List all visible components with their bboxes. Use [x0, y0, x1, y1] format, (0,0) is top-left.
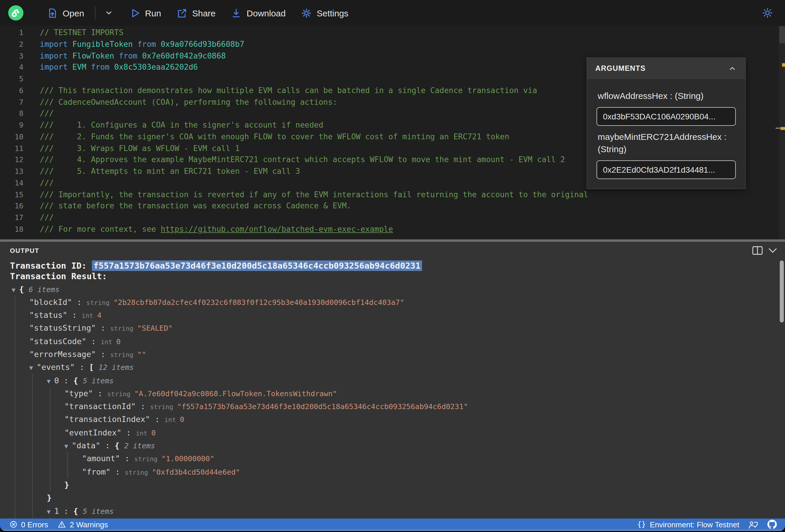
indent-guide: [32, 439, 33, 452]
indent-guide: [67, 465, 68, 478]
code-line[interactable]: 2import FungibleToken from 0x9a0766d93b6…: [0, 39, 785, 50]
code-line[interactable]: 15/// Importantly, the transaction is re…: [0, 189, 785, 200]
code-token: /// 3. Wraps FLOW as WFLOW - EVM call 1: [40, 144, 240, 152]
arguments-panel-header[interactable]: ARGUMENTS: [587, 58, 745, 79]
code-token: // TESTNET IMPORTS: [40, 28, 124, 37]
open-button[interactable]: Open: [47, 7, 84, 19]
code-line[interactable]: 17///: [0, 212, 785, 224]
output-panel: OUTPUT Transaction ID: f557a1573b76aa53e…: [0, 242, 785, 518]
github-icon[interactable]: [767, 520, 777, 529]
arguments-panel: ARGUMENTS wflowAddressHex : (String) may…: [587, 57, 746, 189]
code-text: /// 2. Funds the signer's COA with enoug…: [40, 131, 509, 143]
code-text: /// state before the transaction was exe…: [40, 200, 351, 212]
json-items: 5 items: [83, 376, 113, 385]
collapse-arrow-icon[interactable]: ▼: [47, 377, 54, 384]
settings-button[interactable]: Settings: [301, 7, 348, 19]
environment-status[interactable]: {} Environment: Flow Testnet: [637, 520, 739, 529]
json-brace: }: [47, 493, 52, 503]
code-token: from: [137, 40, 160, 49]
chevron-up-icon[interactable]: [728, 64, 737, 73]
json-key: "status": [29, 310, 67, 320]
collapse-arrow-icon[interactable]: ▼: [29, 364, 36, 371]
status-bar: 0 Errors 2 Warnings {} Environment: Flow…: [0, 518, 785, 531]
json-sep: :: [120, 454, 134, 463]
indent-guide: [67, 452, 68, 465]
json-tree-row: "transactionIndex" : int 0: [0, 413, 779, 426]
line-number: 1: [0, 27, 23, 39]
download-button[interactable]: Download: [231, 7, 286, 19]
indent-guide: [32, 504, 33, 517]
code-line[interactable]: 16/// state before the transaction was e…: [0, 200, 785, 212]
code-token: /// This transaction demonstrates how mu…: [40, 86, 537, 95]
json-tree-row: "transactionId" : string "f557a1573b76aa…: [0, 400, 779, 413]
json-val: "2b28cbfb87da2cfec4f0232c6f883f0f12c95b3…: [113, 298, 404, 307]
code-token: /// 5. Attempts to mint an ERC721 token …: [40, 167, 300, 176]
json-sep: :: [96, 323, 110, 333]
line-number: 7: [0, 96, 23, 108]
json-sep: :: [72, 297, 86, 307]
json-val: 0: [116, 337, 121, 346]
line-number: 10: [0, 131, 23, 143]
json-items: 12 items: [99, 363, 134, 372]
split-panel-icon[interactable]: [752, 246, 763, 255]
warnings-count: 2 Warnings: [70, 520, 108, 529]
line-number: 16: [0, 200, 23, 212]
code-text: /// 4. Approves the example MaybeMintERC…: [40, 154, 565, 166]
flow-logo-icon[interactable]: [8, 5, 23, 21]
panel-resize-divider[interactable]: [0, 239, 785, 242]
chevron-down-icon[interactable]: [768, 247, 777, 254]
json-key: "statusString": [29, 323, 96, 333]
indent-guide: [15, 504, 15, 517]
argument-input-wflowAddressHex[interactable]: [597, 107, 736, 126]
collapse-arrow-icon[interactable]: ▼: [65, 442, 72, 450]
code-text: /// This transaction demonstrates how mu…: [40, 85, 537, 97]
json-brace: [: [89, 362, 99, 372]
errors-status[interactable]: 0 Errors: [9, 520, 48, 529]
code-line[interactable]: 1// TESTNET IMPORTS: [0, 27, 785, 39]
json-brace: {: [115, 441, 124, 450]
status-bar-right: {} Environment: Flow Testnet: [637, 520, 785, 529]
line-number: 4: [0, 62, 23, 73]
indent-guide: [50, 439, 50, 452]
json-tree-row: ▼ "events" : [ 12 items: [0, 361, 779, 374]
line-number: 13: [0, 166, 23, 177]
json-brace: {: [73, 506, 83, 515]
indent-guide: [32, 400, 33, 413]
indent-guide: [15, 296, 15, 309]
indent-guide: [32, 465, 33, 478]
indent-guide: [32, 491, 33, 505]
json-sep: :: [136, 402, 150, 411]
editor-scrollbar-thumb[interactable]: [779, 26, 785, 43]
code-text: ///: [40, 212, 54, 224]
indent-guide: [15, 348, 15, 361]
code-line[interactable]: 18/// For more context, see https://gith…: [0, 224, 785, 235]
open-dropdown-button[interactable]: [103, 8, 114, 18]
screen: Open Run Share Download: [0, 0, 785, 532]
json-tree-row: "amount" : string "1.00000000": [0, 452, 779, 465]
toolbar-separator: [95, 6, 95, 20]
code-token: /// state before the transaction was exe…: [40, 202, 351, 210]
code-editor[interactable]: 1// TESTNET IMPORTS2import FungibleToken…: [0, 26, 785, 239]
json-tree-row: "blockId" : string "2b28cbfb87da2cfec4f0…: [0, 296, 779, 309]
person-feedback-icon[interactable]: [748, 520, 759, 529]
json-sep: :: [75, 362, 89, 372]
json-tree-row: ▼ 0 : { 5 items: [0, 374, 779, 387]
json-sep: :: [59, 506, 73, 515]
code-token: /// 4. Approves the example MaybeMintERC…: [40, 155, 565, 164]
line-number: 8: [0, 108, 23, 120]
output-scrollbar-thumb[interactable]: [780, 260, 784, 322]
json-brace: {: [73, 376, 83, 385]
braces-icon: {}: [637, 521, 646, 529]
indent-guide: [15, 452, 15, 465]
collapse-arrow-icon[interactable]: ▼: [12, 286, 19, 293]
output-title: OUTPUT: [10, 247, 39, 254]
share-button[interactable]: Share: [176, 7, 216, 19]
json-sep: :: [96, 349, 110, 359]
theme-toggle-button[interactable]: [762, 7, 773, 19]
collapse-arrow-icon[interactable]: ▼: [47, 508, 54, 515]
run-button[interactable]: Run: [129, 7, 161, 19]
code-token: from: [91, 63, 114, 72]
argument-input-maybeMintERC721AddressHex[interactable]: [597, 160, 736, 179]
warnings-status[interactable]: 2 Warnings: [57, 520, 108, 529]
json-type: string: [150, 403, 177, 411]
